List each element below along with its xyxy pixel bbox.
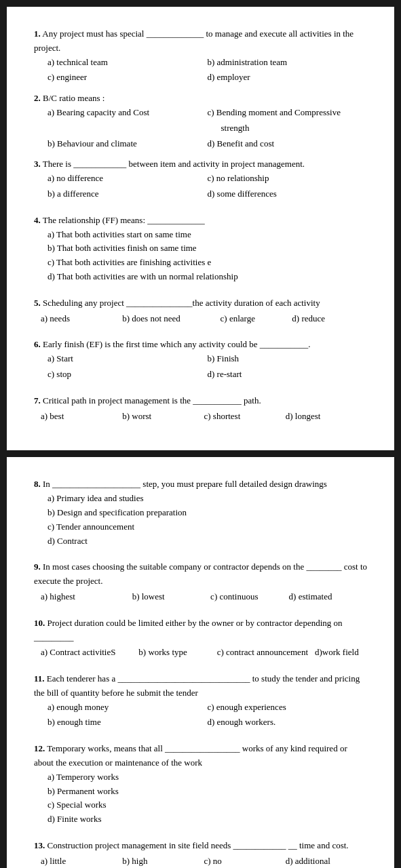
q9-option-c: c) continuous bbox=[210, 590, 288, 604]
q2-option-a-cont bbox=[47, 121, 194, 136]
q7-options: a) best b) worst c) shortest d) longest bbox=[41, 410, 367, 424]
question-6: 6. Early finish (EF) is the first time w… bbox=[34, 338, 367, 381]
question-3: 3. There is ____________ between item an… bbox=[34, 157, 367, 201]
q7-text: Critical path in project management is t… bbox=[43, 395, 261, 406]
q10-text: Project duration could be limited either… bbox=[34, 618, 343, 642]
q9-option-a: a) highest bbox=[41, 590, 132, 604]
q5-option-b: b) does not need bbox=[122, 312, 220, 326]
q5-options: a) needs b) does not need c) enlarge d) … bbox=[41, 312, 367, 326]
q4-option-b: b) That both activities finish on same t… bbox=[47, 241, 367, 256]
q13-option-a: a) little bbox=[41, 854, 122, 868]
q12-option-b: b) Permanent works bbox=[47, 785, 367, 799]
q5-number: 5. bbox=[34, 298, 41, 308]
q6-number: 6. bbox=[34, 339, 41, 349]
q4-text: The relationship (FF) means: ___________… bbox=[43, 215, 205, 225]
q3-number: 3. bbox=[34, 159, 41, 169]
question-8: 8. In ____________________ step, you mus… bbox=[34, 477, 367, 548]
q6-options: a) Start b) Finish c) stop d) re-start bbox=[47, 352, 367, 382]
question-2: 2. B/C ratio means : a) Bearing capacity… bbox=[34, 92, 367, 151]
q4-number: 4. bbox=[34, 215, 41, 225]
q8-options: a) Primary idea and studies b) Design an… bbox=[47, 492, 367, 548]
q1-options: a) technical team b) administration team… bbox=[47, 56, 367, 85]
q10-option-d: d)work field bbox=[315, 646, 367, 660]
question-5: 5. Scheduling any project ______________… bbox=[34, 296, 367, 326]
question-7: 7. Critical path in project management i… bbox=[34, 394, 367, 424]
q5-option-c: c) enlarge bbox=[221, 312, 292, 326]
q12-option-a: a) Temperory works bbox=[47, 770, 367, 785]
q6-option-d: d) re-start bbox=[208, 368, 368, 382]
q11-option-d: d) enough workers. bbox=[208, 715, 368, 730]
q4-option-d: d) That both activities are with un norm… bbox=[47, 270, 367, 284]
q7-option-c: c) shortest bbox=[204, 410, 286, 424]
q7-option-a: a) best bbox=[41, 410, 122, 424]
q7-option-b: b) worst bbox=[122, 410, 204, 424]
q7-number: 7. bbox=[34, 395, 41, 406]
q9-options: a) highest b) lowest c) continuous d) es… bbox=[41, 590, 367, 604]
q12-option-c: c) Special works bbox=[47, 798, 367, 812]
q8-text: In ____________________ step, you must p… bbox=[43, 479, 327, 489]
q3-option-b: b) a difference bbox=[47, 187, 208, 201]
q10-options: a) Contract activitieS b) works type c) … bbox=[41, 646, 367, 660]
q5-text: Scheduling any project _______________th… bbox=[43, 298, 320, 308]
q11-option-b: b) enough time bbox=[47, 715, 208, 730]
q4-options: a) That both activities start on same ti… bbox=[47, 228, 367, 284]
q3-options: a) no difference c) no relationship b) a… bbox=[47, 172, 367, 201]
question-13: 13. Construction project management in s… bbox=[34, 839, 367, 868]
q7-option-d: d) longest bbox=[286, 410, 367, 424]
question-4: 4. The relationship (FF) means: ________… bbox=[34, 214, 367, 284]
q2-option-d: d) Benefit and cost bbox=[208, 137, 368, 151]
q13-option-b: b) high bbox=[122, 854, 204, 868]
q12-number: 12. bbox=[34, 743, 45, 753]
q12-options: a) Temperory works b) Permanent works c)… bbox=[47, 770, 367, 827]
q4-option-a: a) That both activities start on same ti… bbox=[47, 228, 367, 242]
q1-number: 1. bbox=[34, 28, 41, 39]
q9-text: In most cases choosing the suitable comp… bbox=[34, 561, 367, 586]
q3-option-a: a) no difference bbox=[47, 172, 208, 186]
q13-number: 13. bbox=[34, 840, 45, 850]
q6-option-c: c) stop bbox=[47, 368, 208, 382]
q6-text: Early finish (EF) is the first time whic… bbox=[43, 339, 311, 349]
question-9: 9. In most cases choosing the suitable c… bbox=[34, 560, 367, 604]
q5-option-a: a) needs bbox=[41, 312, 122, 326]
question-1: 1. Any project must has special ________… bbox=[34, 27, 367, 85]
q1-option-d: d) employer bbox=[208, 71, 368, 85]
q10-option-b: b) works type bbox=[138, 646, 216, 660]
q12-text: Temporary works, means that all ________… bbox=[34, 743, 347, 768]
q2-option-a: a) Bearing capacity and Cost bbox=[47, 106, 208, 120]
q9-option-d: d) estimated bbox=[289, 590, 367, 604]
q11-options: a) enough money c) enough experiences b)… bbox=[47, 701, 367, 730]
q5-option-d: d) reduce bbox=[292, 312, 367, 326]
q1-option-b: b) administration team bbox=[208, 56, 368, 70]
q11-text: Each tenderer has a ____________________… bbox=[34, 673, 360, 698]
q11-number: 11. bbox=[34, 673, 45, 684]
q13-options: a) little b) high c) no d) additional bbox=[41, 854, 367, 868]
question-11: 11. Each tenderer has a ________________… bbox=[34, 672, 367, 730]
q1-option-c: c) engineer bbox=[47, 71, 208, 85]
q4-option-c: c) That both activities are finishing ac… bbox=[47, 256, 367, 270]
q13-option-d: d) additional bbox=[286, 854, 367, 868]
question-10: 10. Project duration could be limited ei… bbox=[34, 616, 367, 660]
q2-option-c-cont: strength bbox=[221, 121, 368, 136]
q3-text: There is ____________ between item and a… bbox=[43, 159, 305, 169]
q2-option-c: c) Bending moment and Compressive bbox=[208, 106, 368, 120]
q11-option-a: a) enough money bbox=[47, 701, 208, 715]
q8-option-d: d) Contract bbox=[47, 534, 367, 549]
q10-number: 10. bbox=[34, 618, 45, 628]
q3-option-c: c) no relationship bbox=[208, 172, 368, 186]
q10-option-a: a) Contract activitieS bbox=[41, 646, 138, 660]
page-1: 1. Any project must has special ________… bbox=[7, 7, 394, 450]
q2-option-b: b) Behaviour and climate bbox=[47, 137, 208, 151]
q11-option-c: c) enough experiences bbox=[208, 701, 368, 715]
q10-option-c: c) contract announcement bbox=[217, 646, 315, 660]
q1-option-a: a) technical team bbox=[47, 56, 208, 70]
page-2: 8. In ____________________ step, you mus… bbox=[7, 457, 394, 868]
question-12: 12. Temporary works, means that all ____… bbox=[34, 742, 367, 827]
q2-number: 2. bbox=[34, 93, 41, 103]
q3-option-d: d) some differences bbox=[208, 187, 368, 201]
q8-option-b: b) Design and specification preparation bbox=[47, 506, 367, 520]
q1-text: Any project must has special ___________… bbox=[34, 28, 354, 53]
q2-text: B/C ratio means : bbox=[43, 93, 104, 103]
q9-option-b: b) lowest bbox=[132, 590, 210, 604]
q9-number: 9. bbox=[34, 561, 41, 572]
q8-option-a: a) Primary idea and studies bbox=[47, 492, 367, 506]
